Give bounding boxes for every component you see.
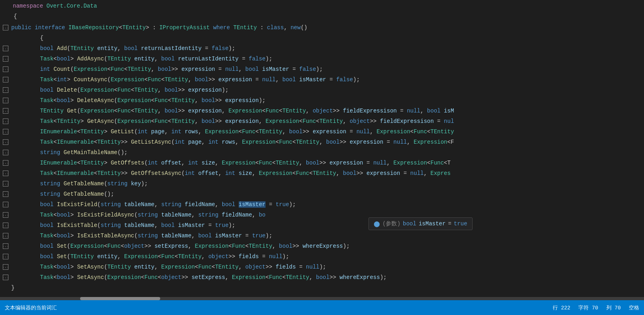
collapse-box[interactable]: ... <box>0 64 11 74</box>
tooltip-icon: ⬤ <box>374 221 380 227</box>
code-container: namespace Overt.Core.Data { <box>0 0 644 22</box>
collapse-box[interactable]: ... <box>0 106 11 116</box>
collapse-box[interactable] <box>0 33 11 43</box>
code-line: ...Task<bool> IsExistFieldAsync(string t… <box>0 210 644 220</box>
collapse-box[interactable]: ... <box>0 241 11 251</box>
line-code-content: Task<bool> IsExistFieldAsync(string tabl… <box>11 210 644 220</box>
horizontal-scrollbar[interactable] <box>0 297 644 300</box>
code-line: ...public interface IBaseRepository<TEnt… <box>0 22 644 33</box>
collapse-box[interactable]: ... <box>0 147 11 158</box>
collapse-box[interactable]: ... <box>0 210 11 220</box>
tooltip-value: true <box>454 221 467 227</box>
line-code-content: bool Set(Expression<Func<object>> setExp… <box>11 241 644 251</box>
scrollbar-thumb[interactable] <box>80 297 160 300</box>
collapse-indicator[interactable]: ... <box>3 25 8 30</box>
collapse-indicator[interactable]: ... <box>3 254 8 259</box>
collapse-box[interactable]: ... <box>0 179 11 189</box>
code-line: ...Task<bool> SetAsync(Expression<Func<o… <box>0 272 644 283</box>
collapse-indicator <box>0 1 11 11</box>
collapse-box[interactable]: ... <box>0 85 11 95</box>
collapse-indicator[interactable]: ... <box>3 56 8 62</box>
line-code-content: Task<IEnumerable<TEntity>> GetOffsetsAsy… <box>11 168 644 179</box>
code-line: ...bool IsExistField(string tableName, s… <box>0 199 644 210</box>
line-code-content: int Count(Expression<Func<TEntity, bool>… <box>11 64 644 74</box>
collapse-box[interactable]: ... <box>0 22 11 33</box>
collapse-box[interactable]: ... <box>0 220 11 231</box>
collapse-indicator[interactable]: ... <box>3 233 8 239</box>
open-brace-line: { <box>0 11 644 22</box>
collapse-indicator[interactable]: ... <box>3 118 8 124</box>
status-bar: 文本编辑器的当前词汇 行 222 字符 70 列 70 空格 <box>0 300 644 315</box>
brace-code: { <box>11 11 644 22</box>
line-code-content: string GetMainTableName(); <box>11 147 644 158</box>
collapse-indicator[interactable]: ... <box>3 66 8 72</box>
code-line: ...Task<bool> AddAsync(TEntity entity, b… <box>0 54 644 64</box>
line-code-content: { <box>11 33 644 43</box>
code-line: ...int Count(Expression<Func<TEntity, bo… <box>0 64 644 74</box>
line-code-content: TEntity Get(Expression<Func<TEntity, boo… <box>11 106 644 116</box>
collapse-box[interactable]: ... <box>0 199 11 210</box>
collapse-box[interactable]: ... <box>0 189 11 199</box>
collapse-indicator[interactable]: ... <box>3 181 8 187</box>
code-line: ...Task<IEnumerable<TEntity>> GetListAsy… <box>0 137 644 147</box>
collapse-box[interactable] <box>0 283 11 293</box>
status-text-left: 文本编辑器的当前词汇 <box>5 304 57 311</box>
parameter-tooltip: ⬤ (参数) bool isMaster = true <box>368 217 473 230</box>
collapse-indicator[interactable]: ... <box>3 46 8 51</box>
code-line: ...bool IsExistTable(string tableName, b… <box>0 220 644 231</box>
status-space: 空格 <box>629 304 639 311</box>
collapse-indicator[interactable]: ... <box>3 243 8 249</box>
namespace-name: Overt.Core.Data <box>46 3 97 9</box>
line-code-content: bool Set(TEntity entity, Expression<Func… <box>11 251 644 262</box>
collapse-box[interactable]: ... <box>0 231 11 241</box>
collapse-indicator[interactable]: ... <box>3 264 8 270</box>
collapse-box[interactable]: ... <box>0 168 11 179</box>
line-code-content: Task<bool> DeleteAsync(Expression<Func<T… <box>11 95 644 106</box>
code-line: ...bool Set(Expression<Func<object>> set… <box>0 241 644 251</box>
line-code-content: Task<bool> SetAsync(Expression<Func<obje… <box>11 272 644 283</box>
collapse-indicator[interactable]: ... <box>3 212 8 218</box>
collapse-indicator[interactable]: ... <box>3 223 8 228</box>
collapse-box[interactable]: ... <box>0 158 11 168</box>
collapse-box[interactable]: ... <box>0 272 11 283</box>
code-line: ...bool Delete(Expression<Func<TEntity, … <box>0 85 644 95</box>
line-code-content: bool IsExistTable(string tableName, bool… <box>11 220 644 231</box>
collapse-indicator[interactable]: ... <box>3 275 8 280</box>
collapse-box[interactable]: ... <box>0 262 11 272</box>
code-line: { <box>0 33 644 43</box>
collapse-box[interactable]: ... <box>0 251 11 262</box>
collapse-indicator[interactable]: ... <box>3 77 8 82</box>
collapse-indicator[interactable]: ... <box>3 129 8 134</box>
status-col: 列 70 <box>606 304 621 311</box>
code-line: } <box>0 283 644 293</box>
collapse-indicator[interactable]: ... <box>3 108 8 114</box>
line-code-content: public interface IBaseRepository<TEntity… <box>11 22 644 33</box>
collapse-indicator <box>0 11 11 22</box>
line-code-content: bool Add(TEntity entity, bool returnLast… <box>11 43 644 54</box>
line-code-content: string GetTableName(); <box>11 189 644 199</box>
collapse-indicator[interactable]: ... <box>3 191 8 197</box>
collapse-box[interactable]: ... <box>0 43 11 54</box>
collapse-indicator[interactable]: ... <box>3 98 8 103</box>
collapse-box[interactable]: ... <box>0 126 11 137</box>
code-line: ...bool Set(TEntity entity, Expression<F… <box>0 251 644 262</box>
tooltip-param-name: isMaster <box>419 221 445 227</box>
collapse-indicator[interactable]: ... <box>3 139 8 145</box>
line-code-content: Task<bool> SetAsync(TEntity entity, Expr… <box>11 262 644 272</box>
lines-container: ...public interface IBaseRepository<TEnt… <box>0 22 644 293</box>
collapse-indicator[interactable]: ... <box>3 87 8 93</box>
collapse-box[interactable]: ... <box>0 54 11 64</box>
collapse-indicator[interactable]: ... <box>3 171 8 176</box>
collapse-indicator[interactable]: ... <box>3 202 8 207</box>
code-line: ...IEnumerable<TEntity> GetList(int page… <box>0 126 644 137</box>
collapse-box[interactable]: ... <box>0 74 11 85</box>
collapse-box[interactable]: ... <box>0 137 11 147</box>
collapse-indicator[interactable]: ... <box>3 150 8 155</box>
tooltip-label: (参数) <box>382 220 400 227</box>
line-code-content: bool IsExistField(string tableName, stri… <box>11 199 644 210</box>
collapse-indicator[interactable]: ... <box>3 160 8 166</box>
line-code-content: } <box>11 283 644 293</box>
collapse-box[interactable]: ... <box>0 95 11 106</box>
collapse-box[interactable]: ... <box>0 116 11 126</box>
status-line: 行 222 <box>553 304 570 311</box>
